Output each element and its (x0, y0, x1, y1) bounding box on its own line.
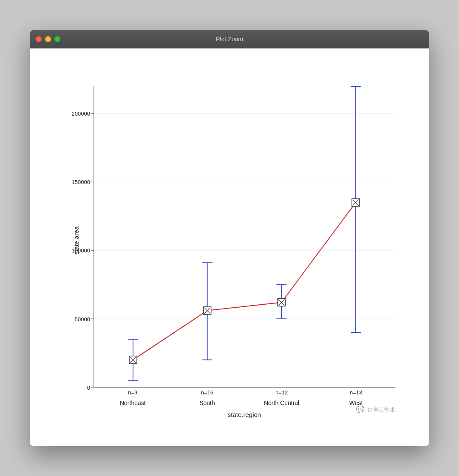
close-button[interactable] (36, 36, 42, 42)
y-axis-label: state.area (73, 226, 80, 255)
n-label: n=9 (128, 389, 137, 396)
x-group-label: South (199, 400, 215, 406)
x-group-label: North Central (264, 400, 299, 406)
x-axis-label: state.region (228, 411, 261, 418)
n-label: n=16 (201, 389, 213, 396)
n-label: n=13 (350, 389, 362, 396)
y-tick-label: 200000 (72, 110, 90, 116)
minimize-button[interactable] (45, 36, 51, 42)
y-tick-label: 150000 (72, 178, 90, 185)
x-group-label: Northeast (120, 400, 146, 406)
chart-svg (94, 86, 395, 387)
y-tick-label: 50000 (75, 316, 90, 322)
window: Plot Zoom state.area 0500001000001500002… (30, 30, 429, 446)
window-title: Plot Zoom (216, 36, 243, 42)
plot-area (94, 86, 395, 388)
chart-wrapper: state.area 050000100000150000200000 n=9N… (55, 73, 404, 422)
traffic-lights (36, 36, 60, 42)
plot-content: state.area 050000100000150000200000 n=9N… (30, 48, 429, 446)
titlebar: Plot Zoom (30, 30, 429, 48)
y-tick-label: 0 (87, 385, 90, 391)
maximize-button[interactable] (54, 36, 60, 42)
watermark: 💬 红皇后学术 (356, 405, 395, 414)
n-label: n=12 (275, 389, 288, 396)
